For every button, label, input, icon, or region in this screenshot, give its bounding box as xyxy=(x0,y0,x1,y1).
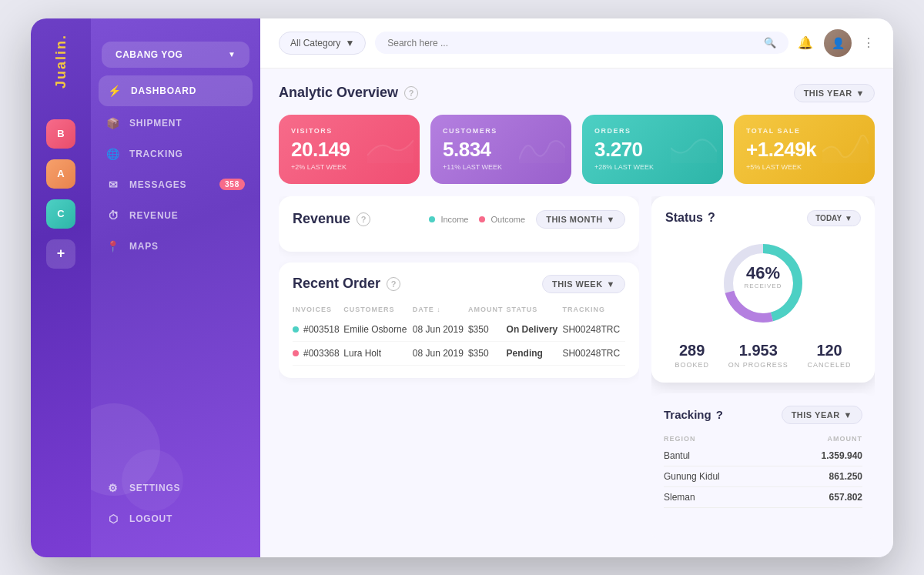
today-label: TODAY xyxy=(815,214,842,222)
nav-item-tracking[interactable]: 🌐 TRACKING xyxy=(91,139,260,169)
sidebar-icon-B[interactable]: B xyxy=(46,119,75,149)
sidebar-icon-list: B A C + xyxy=(46,119,75,269)
category-selector[interactable]: All Category ▼ xyxy=(279,32,366,55)
year-selector[interactable]: THIS YEAR ▼ xyxy=(794,84,875,102)
branch-name: CABANG YOG xyxy=(116,49,182,60)
order-tracking: SH00248TRC xyxy=(562,341,625,365)
order-dot xyxy=(293,326,299,333)
list-item: Bantul 1.359.940 xyxy=(664,446,862,466)
header-actions: 🔔 👤 ⋮ xyxy=(798,29,875,57)
col-customers: CUSTOMERS xyxy=(343,301,413,318)
messages-badge: 358 xyxy=(219,179,245,190)
order-date: 08 Jun 2019 xyxy=(413,318,468,342)
month-selector[interactable]: THIS MONTH ▼ xyxy=(536,210,625,229)
sidebar-icon-C[interactable]: C xyxy=(46,199,75,229)
nav-item-maps[interactable]: 📍 MAPS xyxy=(91,231,260,262)
income-dot xyxy=(429,216,435,222)
status-card: Status ? TODAY ▼ xyxy=(651,196,875,383)
onprogress-label: ON PROGRESS xyxy=(728,361,788,369)
search-input[interactable] xyxy=(387,38,758,48)
nav-label-settings: SETTINGS xyxy=(129,483,180,493)
messages-icon: ✉ xyxy=(106,179,120,191)
onprogress-value: 1.953 xyxy=(728,342,788,359)
status-header: Status ? TODAY ▼ xyxy=(665,210,861,226)
svg-text:46%: 46% xyxy=(746,263,780,282)
revenue-icon: ⏱ xyxy=(106,209,120,222)
order-amount: $350 xyxy=(468,318,507,342)
col-date: DATE ↓ xyxy=(413,301,468,318)
tracking-region: Sleman xyxy=(664,486,778,507)
nav-item-dashboard[interactable]: ⚡ DASHBOARD xyxy=(99,75,253,106)
outcome-dot xyxy=(479,216,485,222)
tracking-amount: 1.359.940 xyxy=(778,446,862,466)
order-invoice: #003368 xyxy=(293,341,343,365)
order-tracking: SH00248TRC xyxy=(562,318,625,342)
bell-icon[interactable]: 🔔 xyxy=(798,35,813,50)
analytic-title: Analytic Overview ? xyxy=(279,85,418,101)
order-status: Pending xyxy=(507,341,563,365)
content-area: Analytic Overview ? THIS YEAR ▼ VISITORS… xyxy=(260,69,893,557)
order-dot xyxy=(293,350,299,356)
col-amount: AMOUNT xyxy=(468,301,507,318)
nav-items: ⚡ DASHBOARD 📦 SHIPMENT 🌐 TRACKING ✉ MESS… xyxy=(91,75,260,262)
nav-item-messages[interactable]: ✉ MESSAGES 358 xyxy=(91,169,260,200)
col-tracking: TRACKING xyxy=(562,301,625,318)
nav-item-logout[interactable]: ⬡ LOGOUT xyxy=(91,503,260,534)
week-chevron-icon: ▼ xyxy=(607,279,615,289)
nav-item-settings[interactable]: ⚙ SETTINGS xyxy=(91,473,260,503)
month-chevron-icon: ▼ xyxy=(607,215,615,224)
recent-order-info-icon[interactable]: ? xyxy=(387,277,400,291)
tracking-year-selector[interactable]: THIS YEAR ▼ xyxy=(782,406,862,424)
dashboard-icon: ⚡ xyxy=(108,85,122,97)
stat-canceled: 120 CANCELED xyxy=(808,342,852,369)
sidebar-icon-A[interactable]: A xyxy=(46,159,75,189)
outcome-legend: Outcome xyxy=(479,215,525,224)
nav-label-dashboard: DASHBOARD xyxy=(131,85,196,96)
nav-label-maps: MAPS xyxy=(129,241,159,252)
analytic-section-header: Analytic Overview ? THIS YEAR ▼ xyxy=(279,84,875,102)
tracking-info-icon[interactable]: ? xyxy=(716,408,723,421)
totalsale-wave-icon xyxy=(822,132,869,166)
tracking-header: Tracking ? THIS YEAR ▼ xyxy=(664,406,862,424)
order-date: 08 Jun 2019 xyxy=(413,341,468,365)
branch-selector[interactable]: CABANG YOG ▼ xyxy=(102,42,249,68)
revenue-title: Revenue ? xyxy=(293,211,370,227)
main-grid: Revenue ? Income xyxy=(279,196,875,542)
app-wrapper: Jualin. B A C + CABANG YOG ▼ ⚡ DASHBOARD… xyxy=(31,18,893,557)
week-selector[interactable]: THIS WEEK ▼ xyxy=(542,275,625,293)
branch-arrow-icon: ▼ xyxy=(228,50,236,59)
nav-item-shipment[interactable]: 📦 SHIPMENT xyxy=(91,108,260,139)
avatar[interactable]: 👤 xyxy=(824,29,852,57)
recent-order-header: Recent Order ? THIS WEEK ▼ xyxy=(293,275,625,293)
visitors-wave-icon xyxy=(367,132,413,166)
stat-card-visitors: VISITORS 20.149 +2% LAST WEEK xyxy=(279,115,420,184)
analytic-info-icon[interactable]: ? xyxy=(404,86,418,100)
income-legend: Income xyxy=(429,215,468,224)
recent-order-section: Recent Order ? THIS WEEK ▼ INVO xyxy=(279,262,639,378)
more-icon[interactable]: ⋮ xyxy=(862,35,875,50)
orders-table: INVOICES CUSTOMERS DATE ↓ AMOUNT STATUS … xyxy=(293,301,625,366)
today-selector[interactable]: TODAY ▼ xyxy=(807,210,861,226)
order-status: On Delivery xyxy=(507,318,563,342)
nav-bottom: ⚙ SETTINGS ⬡ LOGOUT xyxy=(91,473,260,534)
tracking-amount: 657.802 xyxy=(778,486,862,507)
tracking-year-chevron-icon: ▼ xyxy=(844,410,852,420)
col-status: STATUS xyxy=(507,301,563,318)
tracking-col-region: REGION xyxy=(664,432,778,446)
tracking-region: Bantul xyxy=(664,446,778,466)
revenue-info-icon[interactable]: ? xyxy=(357,212,370,226)
sidebar-icon-add[interactable]: + xyxy=(46,239,75,269)
tracking-table: REGION AMOUNT Bantul 1.359.940 Gunung Ki… xyxy=(664,432,862,508)
booked-label: BOOKED xyxy=(675,361,709,369)
list-item: Sleman 657.802 xyxy=(664,486,862,507)
year-chevron-icon: ▼ xyxy=(856,89,865,98)
month-label: THIS MONTH xyxy=(546,215,602,224)
order-invoice: #003518 xyxy=(293,318,343,342)
year-label: THIS YEAR xyxy=(804,89,852,98)
tracking-section: Tracking ? THIS YEAR ▼ REGION xyxy=(651,393,875,542)
stat-card-totalsale: TOTAL SALE +1.249k +5% LAST WEEK xyxy=(734,115,875,184)
revenue-header: Revenue ? Income xyxy=(293,210,625,229)
status-info-icon[interactable]: ? xyxy=(708,211,715,225)
nav-item-revenue[interactable]: ⏱ REVENUE xyxy=(91,200,260,231)
right-col: Status ? TODAY ▼ xyxy=(651,196,875,542)
